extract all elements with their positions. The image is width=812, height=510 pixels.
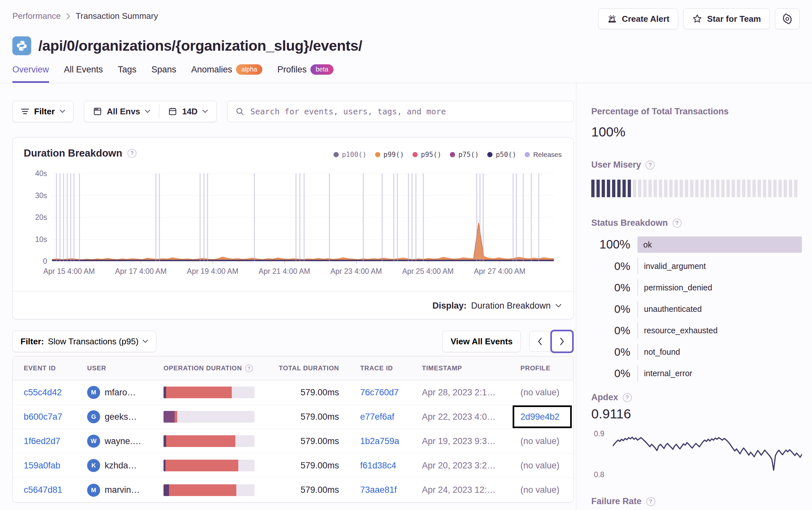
trace-id-link[interactable]: f61d38c4 <box>360 461 396 470</box>
user-avatar: M <box>87 484 100 497</box>
tab-spans[interactable]: Spans <box>151 64 176 83</box>
misery-bar <box>721 180 725 197</box>
status-percent: 0% <box>591 346 630 358</box>
legend-label: p100() <box>342 151 367 158</box>
alpha-badge: alpha <box>236 64 262 75</box>
trace-id-link[interactable]: 1b2a759a <box>360 436 399 446</box>
trace-id-link[interactable]: 73aae81f <box>360 485 397 495</box>
star-for-team-button[interactable]: Star for Team <box>683 8 770 29</box>
tab-profiles[interactable]: Profilesbeta <box>277 64 334 83</box>
event-id-link[interactable]: c55c4d42 <box>24 388 62 397</box>
legend-label: p95() <box>421 151 441 158</box>
tab-bar: OverviewAll EventsTagsSpansAnomaliesalph… <box>0 64 812 83</box>
apdex-y-top: 0.9 <box>594 429 604 438</box>
status-row: 0%not_found <box>591 344 802 360</box>
release-line <box>516 174 517 261</box>
status-bar: internal_error <box>637 365 802 381</box>
tab-label: Spans <box>151 65 176 75</box>
chevron-down-icon <box>555 304 562 308</box>
view-all-events-button[interactable]: View All Events <box>442 331 521 352</box>
status-name: ok <box>643 240 652 249</box>
breadcrumb: Performance Transaction Summary <box>12 8 158 21</box>
operation-duration-cell <box>164 411 274 423</box>
tab-label: Tags <box>118 65 137 75</box>
status-resource-exhausted: resource_exhausted <box>637 322 802 338</box>
filter-dropdown[interactable]: Filter <box>12 101 74 122</box>
tab-all-events[interactable]: All Events <box>64 64 103 83</box>
misery-bar <box>758 180 761 197</box>
event-id-link[interactable]: 159a0fab <box>24 461 60 470</box>
legend-p75[interactable]: p75() <box>450 151 479 158</box>
help-icon[interactable]: ? <box>646 497 655 506</box>
legend-label: p99() <box>383 151 404 158</box>
page-title: /api/0/organizations/{organization_slug}… <box>38 37 362 54</box>
transactions-filter-dropdown[interactable]: Filter: Slow Transactions (p95) <box>12 331 156 352</box>
create-alert-label: Create Alert <box>622 14 669 24</box>
legend-p50[interactable]: p50() <box>487 151 516 158</box>
next-page-button[interactable] <box>550 330 574 353</box>
timestamp-cell: Apr 28, 2023 2:1… <box>422 388 520 398</box>
chevron-down-icon <box>142 339 148 343</box>
help-icon[interactable]: ? <box>127 149 137 158</box>
status-permission-denied: permission_denied <box>637 279 802 296</box>
legend-releases[interactable]: Releases <box>525 151 562 158</box>
user-avatar: K <box>87 459 100 472</box>
environment-selector[interactable]: All Envs <box>84 101 159 122</box>
status-bar: ok <box>637 237 802 253</box>
tab-overview[interactable]: Overview <box>12 64 49 83</box>
total-transactions-value: 100% <box>591 124 802 140</box>
transaction-summary-page: Performance Transaction Summary Create A… <box>0 0 812 510</box>
legend-label: Releases <box>533 151 562 158</box>
operation-duration-cell <box>164 435 274 447</box>
event-id-link[interactable]: b600c7a7 <box>24 412 62 422</box>
user-avatar: W <box>87 434 100 448</box>
user-cell: Mmarvin… <box>87 484 164 497</box>
create-alert-button[interactable]: Create Alert <box>598 8 678 29</box>
release-line <box>411 174 412 261</box>
help-icon[interactable]: ? <box>245 364 253 372</box>
operation-duration-cell <box>164 460 274 471</box>
date-range-selector[interactable]: 14D <box>159 101 216 122</box>
transactions-filter-value: Slow Transactions (p95) <box>48 336 139 347</box>
release-line <box>423 174 424 261</box>
x-tick: Apr 25 4:00 AM <box>402 267 454 276</box>
legend-dot <box>525 152 530 157</box>
search-input[interactable] <box>250 107 566 116</box>
status-name: invalid_argument <box>644 262 706 271</box>
x-tick: Apr 15 4:00 AM <box>43 267 95 276</box>
y-tick: 20s <box>35 213 47 222</box>
release-line <box>67 174 68 261</box>
legend-p95[interactable]: p95() <box>412 151 441 158</box>
x-tickmark <box>500 261 500 264</box>
legend-p100[interactable]: p100() <box>334 151 367 158</box>
trace-id-link[interactable]: 76c760d7 <box>360 388 399 397</box>
profile-link[interactable]: 2d99e4b2 <box>520 412 559 422</box>
display-selector[interactable]: Display: Duration Breakdown <box>432 301 562 311</box>
event-id-link[interactable]: c5647d81 <box>24 485 62 495</box>
legend-p99[interactable]: p99() <box>375 151 404 158</box>
help-icon[interactable]: ? <box>645 160 655 170</box>
header-actions: Create Alert Star for Team <box>598 8 800 29</box>
user-avatar: M <box>87 386 100 399</box>
help-icon[interactable]: ? <box>623 393 632 402</box>
misery-bar <box>753 180 756 197</box>
previous-page-button[interactable] <box>529 331 551 352</box>
legend-dot <box>450 152 455 157</box>
tab-anomalies[interactable]: Anomaliesalpha <box>191 64 262 83</box>
release-line <box>363 174 364 261</box>
profile-cell: (no value) <box>520 380 562 404</box>
release-line <box>483 174 484 261</box>
help-icon[interactable]: ? <box>672 219 682 228</box>
x-tick: Apr 21 4:00 AM <box>259 267 311 276</box>
misery-bar <box>664 180 667 197</box>
misery-bar <box>669 180 672 197</box>
tab-tags[interactable]: Tags <box>118 64 137 83</box>
display-label: Display: <box>432 301 466 311</box>
operation-duration-cell <box>164 484 274 496</box>
breadcrumb-performance-link[interactable]: Performance <box>12 11 61 21</box>
settings-button[interactable] <box>775 8 800 29</box>
trace-id-link[interactable]: e77ef6af <box>360 412 394 422</box>
bar-segment <box>164 435 166 447</box>
event-id-link[interactable]: 1f6ed2d7 <box>24 436 60 446</box>
python-project-icon <box>12 36 31 55</box>
